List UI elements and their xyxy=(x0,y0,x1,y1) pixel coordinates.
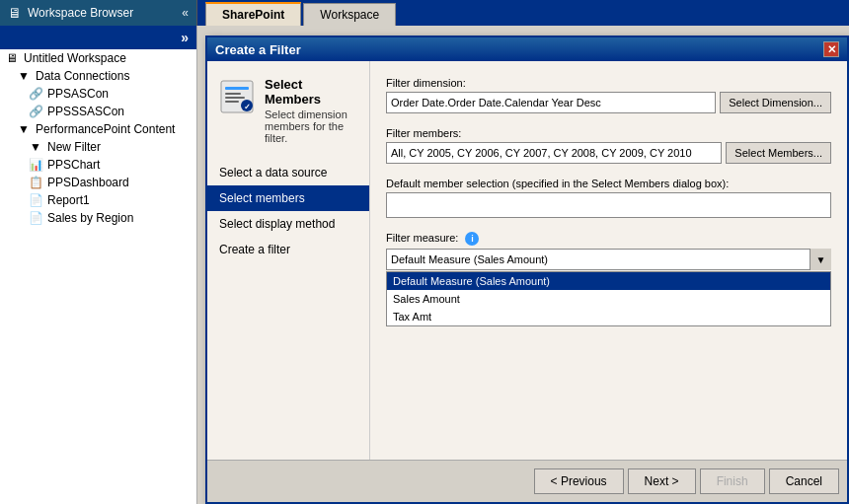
dialog-right-panel: Filter dimension: Select Dimension... Fi… xyxy=(370,61,847,500)
filter-members-input[interactable] xyxy=(386,142,722,164)
tab-workspace[interactable]: Workspace xyxy=(303,3,396,26)
info-icon[interactable]: i xyxy=(465,232,479,246)
filter-members-row: Select Members... xyxy=(386,142,831,164)
dialog-body: ✓ Select Members Select dimension member… xyxy=(207,61,847,500)
filter-dimension-input[interactable] xyxy=(386,92,716,113)
dialog-section-subtitle: Select dimension members for the filter. xyxy=(265,108,357,144)
dropdown-item-sales-amount[interactable]: Sales Amount xyxy=(387,290,830,308)
sidebar-item-new-filter[interactable]: ▼ New Filter xyxy=(0,138,196,156)
sidebar-item-report1[interactable]: 📄 Report1 xyxy=(0,191,196,209)
default-member-input[interactable] xyxy=(386,192,831,218)
sidebar-item-sales-by-region[interactable]: 📄 Sales by Region xyxy=(0,209,196,227)
wizard-step-select-display[interactable]: Select display method xyxy=(207,211,369,237)
dashboard-icon: 📋 xyxy=(28,176,43,189)
filter-measure-label: Filter measure: i xyxy=(386,232,831,246)
wizard-step-create-filter[interactable]: Create a filter xyxy=(207,237,369,262)
filter-dimension-row: Select Dimension... xyxy=(386,92,831,113)
sidebar: » 🖥 Untitled Workspace ▼ Data Connection… xyxy=(0,26,197,504)
dropdown-item-default-measure[interactable]: Default Measure (Sales Amount) xyxy=(387,272,830,290)
tab-sharepoint[interactable]: SharePoint xyxy=(205,2,301,26)
dialog-left-panel: ✓ Select Members Select dimension member… xyxy=(207,61,370,500)
sidebar-item-ppssssascon[interactable]: 🔗 PPSSSASCon xyxy=(0,103,196,120)
filter-icon: ▼ xyxy=(28,140,43,154)
tab-bar: SharePoint Workspace xyxy=(197,0,398,26)
sidebar-item-performancepoint-content[interactable]: ▼ PerformancePoint Content xyxy=(0,120,196,138)
create-filter-dialog: Create a Filter ✕ xyxy=(205,36,849,504)
report-icon: 📄 xyxy=(28,193,43,207)
sidebar-item-ppsdashboard[interactable]: 📋 PPSDashboard xyxy=(0,174,196,191)
workspace-browser-title: 🖥 Workspace Browser « xyxy=(0,0,197,26)
dialog-close-button[interactable]: ✕ xyxy=(823,41,839,57)
workspace-icon: 🖥 xyxy=(4,51,20,65)
top-bar: 🖥 Workspace Browser « SharePoint Workspa… xyxy=(0,0,849,26)
link-icon: 🔗 xyxy=(28,87,43,101)
svg-rect-3 xyxy=(225,97,245,99)
svg-rect-2 xyxy=(225,93,241,95)
filter-dimension-group: Filter dimension: Select Dimension... xyxy=(386,77,831,113)
dropdown-item-tax-amt[interactable]: Tax Amt xyxy=(387,308,830,325)
cancel-button[interactable]: Cancel xyxy=(769,468,839,494)
dialog-titlebar: Create a Filter ✕ xyxy=(207,37,847,61)
link-icon: 🔗 xyxy=(28,105,43,118)
sales-icon: 📄 xyxy=(28,211,43,225)
wizard-step-select-datasource[interactable]: Select a data source xyxy=(207,160,369,185)
default-member-label: Default member selection (specified in t… xyxy=(386,178,831,189)
sidebar-item-ppschart[interactable]: 📊 PPSChart xyxy=(0,156,196,174)
next-button[interactable]: Next > xyxy=(628,468,696,494)
select-members-button[interactable]: Select Members... xyxy=(726,142,831,164)
filter-measure-dropdown: Default Measure (Sales Amount) Sales Amo… xyxy=(386,271,831,326)
dialog-header-text: Select Members Select dimension members … xyxy=(265,77,357,144)
filter-dimension-label: Filter dimension: xyxy=(386,77,831,89)
dialog-overlay: Create a Filter ✕ xyxy=(197,26,849,504)
filter-members-label: Filter members: xyxy=(386,127,831,139)
select-dimension-button[interactable]: Select Dimension... xyxy=(720,92,831,113)
filter-measure-select-container: Default Measure (Sales Amount) Sales Amo… xyxy=(386,249,831,270)
finish-button[interactable]: Finish xyxy=(700,468,765,494)
filter-members-group: Filter members: Select Members... xyxy=(386,127,831,164)
folder-icon: ▼ xyxy=(16,69,32,83)
filter-measure-group: Filter measure: i Default Measure (Sales… xyxy=(386,232,831,326)
default-member-group: Default member selection (specified in t… xyxy=(386,178,831,218)
wizard-step-select-members[interactable]: Select members xyxy=(207,185,369,211)
dialog-title: Create a Filter xyxy=(215,42,301,57)
sidebar-item-ppssascon[interactable]: 🔗 PPSASCon xyxy=(0,85,196,103)
svg-rect-4 xyxy=(225,101,239,103)
filter-measure-select[interactable]: Default Measure (Sales Amount) Sales Amo… xyxy=(386,249,831,270)
chart-icon: 📊 xyxy=(28,158,43,172)
wizard-icon-container: ✓ xyxy=(219,77,255,116)
collapse-button[interactable]: « xyxy=(182,6,189,20)
previous-button[interactable]: < Previous xyxy=(534,468,624,494)
sidebar-item-data-connections[interactable]: ▼ Data Connections xyxy=(0,67,196,85)
sidebar-header: » xyxy=(0,26,196,49)
svg-text:✓: ✓ xyxy=(244,103,251,111)
svg-rect-1 xyxy=(225,87,249,90)
sidebar-item-untitled-workspace[interactable]: 🖥 Untitled Workspace xyxy=(0,49,196,67)
dialog-footer: < Previous Next > Finish Cancel xyxy=(207,460,847,502)
dialog-header: ✓ Select Members Select dimension member… xyxy=(207,69,369,160)
dialog-section-title: Select Members xyxy=(265,77,357,107)
wizard-icon: ✓ xyxy=(219,79,255,114)
sidebar-collapse-button[interactable]: » xyxy=(181,30,189,45)
workspace-icon: 🖥 xyxy=(8,5,22,21)
folder-icon: ▼ xyxy=(16,122,32,136)
main-layout: » 🖥 Untitled Workspace ▼ Data Connection… xyxy=(0,26,849,504)
